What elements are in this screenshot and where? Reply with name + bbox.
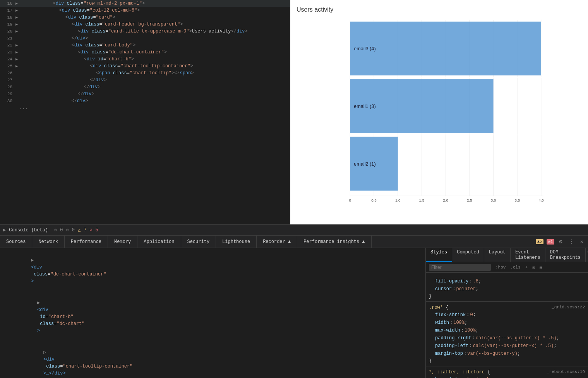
- css-prop-cursor: cursor : pointer ;: [426, 285, 588, 293]
- copy-style-filter[interactable]: ⊡: [531, 265, 537, 270]
- html-code-lines: 16 ▶ <div class="row ml-md-2 px-md-1"> 1…: [0, 0, 290, 224]
- styles-tab-dom-breakpoints[interactable]: DOM Breakpoints: [545, 248, 586, 262]
- styles-tabs: Styles Computed Layout Event Listeners D…: [426, 248, 588, 262]
- more-options-icon[interactable]: ⋮: [567, 238, 576, 246]
- console-label[interactable]: Console (beta): [9, 227, 48, 233]
- tab-lighthouse[interactable]: Lighthouse: [216, 236, 257, 248]
- css-prop-fill-opacity: fill-opacity : .8 ;: [426, 277, 588, 285]
- css-prop-padding-right: padding-right : calc(var(--bs-gutter-x) …: [426, 334, 588, 342]
- styles-more-icon[interactable]: »: [586, 248, 588, 262]
- styles-content: fill-opacity : .8 ; cursor : pointer ; }: [426, 273, 588, 378]
- tab-memory[interactable]: Memory: [108, 236, 137, 248]
- x-axis-15: 1.5: [419, 198, 425, 202]
- styles-tab-styles[interactable]: Styles: [426, 248, 452, 262]
- console-bar: ▶ Console (beta) ⊙ 0 ⊙ 0 △ 7 ⊘ 5: [0, 225, 588, 236]
- more-style-filter[interactable]: ⊞: [538, 265, 544, 270]
- tab-application[interactable]: Application: [137, 236, 181, 248]
- code-line-30: 30 ▶ </div>: [0, 97, 290, 104]
- css-prop-max-width: max-width : 100% ;: [426, 327, 588, 334]
- style-selector-2: .row* {: [429, 305, 448, 310]
- hov-filter[interactable]: :hov: [494, 265, 507, 270]
- dom-line-2[interactable]: ▶ <div id="chart-b" class="dc-chart" >: [0, 292, 425, 342]
- x-axis-25: 2.5: [467, 198, 472, 202]
- badge-count-1: 0: [60, 227, 63, 233]
- styles-panel: Styles Computed Layout Event Listeners D…: [425, 248, 588, 378]
- devtools-content: ▶ <div class="dc-chart-container" > ▶ <d…: [0, 248, 588, 378]
- styles-tab-layout[interactable]: Layout: [484, 248, 511, 262]
- main-container: 16 ▶ <div class="row ml-md-2 px-md-1"> 1…: [0, 0, 588, 378]
- error-badge: ⊘1: [547, 239, 554, 245]
- chart-title: Users activity: [297, 6, 582, 13]
- x-axis-35: 3.5: [514, 198, 520, 202]
- css-prop-padding-left: padding-left : calc(var(--bs-gutter-x) *…: [426, 342, 588, 350]
- tab-recorder[interactable]: Recorder ▲: [257, 236, 297, 248]
- css-prop-width: width : 100% ;: [426, 319, 588, 327]
- badge-error-count: 5: [96, 227, 98, 233]
- x-axis-40: 4.0: [538, 198, 544, 202]
- cls-filter[interactable]: .cls: [509, 265, 522, 270]
- css-prop-margin-top: margin-top : var(--bs-gutter-y) ;: [426, 350, 588, 357]
- tab-network[interactable]: Network: [32, 236, 64, 248]
- dom-panel: ▶ <div class="dc-chart-container" > ▶ <d…: [0, 248, 425, 378]
- devtools-section: ▶ Console (beta) ⊙ 0 ⊙ 0 △ 7 ⊘ 5 Sources…: [0, 224, 588, 378]
- style-source-3: _reboot.scss:19: [547, 369, 585, 375]
- code-panel: 16 ▶ <div class="row ml-md-2 px-md-1"> 1…: [0, 0, 290, 224]
- bar-label-email2: email2 (1): [354, 161, 376, 167]
- chart-svg: email3 (4) email1 (3) email2 (1) 0 0.5 1…: [297, 18, 582, 204]
- x-axis-05: 0.5: [371, 198, 377, 202]
- settings-icon[interactable]: ⚙: [557, 238, 564, 246]
- styles-tab-event-listeners[interactable]: Event Listeners: [511, 248, 545, 262]
- warn-badge: ▲5: [536, 239, 543, 244]
- x-axis-30: 3.0: [491, 198, 496, 202]
- top-section: 16 ▶ <div class="row ml-md-2 px-md-1"> 1…: [0, 0, 588, 224]
- tab-security[interactable]: Security: [181, 236, 216, 248]
- style-selector-3: *, ::after, ::before {: [429, 369, 490, 375]
- dom-line-1[interactable]: ▶ <div class="dc-chart-container" >: [0, 250, 425, 292]
- badge-warn-count: 7: [84, 227, 86, 233]
- badge-error-icon: ⊘: [89, 227, 92, 233]
- badge-circle-2: ⊙: [66, 227, 69, 233]
- badge-warn-icon: △: [78, 227, 81, 233]
- css-prop-box-sizing: box-sizing : border-box ;: [426, 376, 588, 378]
- bar-label-email1: email1 (3): [354, 103, 376, 109]
- tab-sources[interactable]: Sources: [0, 236, 32, 248]
- styles-filter: :hov .cls + ⊡ ⊞: [426, 262, 588, 273]
- styles-filter-input[interactable]: [429, 264, 491, 271]
- badge-circle-1: ⊙: [54, 227, 57, 233]
- bar-label-email3: email3 (4): [354, 46, 376, 51]
- style-rule-2: .row* { _grid.scss:22 flex-shrink : 0 ; …: [426, 303, 588, 366]
- add-style-filter[interactable]: +: [524, 265, 530, 270]
- devtools-tabs-bar: Sources Network Performance Memory Appli…: [0, 236, 588, 248]
- style-rule-1: fill-opacity : .8 ; cursor : pointer ; }: [426, 274, 588, 302]
- x-axis-20: 2.0: [443, 198, 448, 202]
- tab-tools: ▲5 ⊘1 ⚙ ⋮ ✕: [536, 238, 588, 246]
- tab-performance[interactable]: Performance: [65, 236, 108, 248]
- dom-line-3[interactable]: ▷ <div class="chart-tooltip-container" >…: [0, 342, 425, 378]
- filter-buttons: :hov .cls + ⊡ ⊞: [494, 265, 544, 270]
- css-prop-flex-shrink: flex-shrink : 0 ;: [426, 311, 588, 319]
- tab-performance-insights[interactable]: Performance insights ▲: [297, 236, 371, 248]
- styles-tab-computed[interactable]: Computed: [452, 248, 484, 262]
- console-arrow: ▶: [3, 227, 6, 233]
- badge-count-2: 0: [72, 227, 75, 233]
- chart-panel: Users activity ema: [290, 0, 588, 224]
- x-axis-10: 1.0: [395, 198, 401, 202]
- style-source-2: _grid.scss:22: [552, 305, 585, 310]
- x-axis-0: 0: [349, 198, 351, 202]
- style-rule-3: *, ::after, ::before { _reboot.scss:19 b…: [426, 367, 588, 378]
- bar-email3[interactable]: [350, 22, 541, 75]
- chart-area: email3 (4) email1 (3) email2 (1) 0 0.5 1…: [297, 18, 582, 211]
- close-icon[interactable]: ✕: [579, 238, 585, 246]
